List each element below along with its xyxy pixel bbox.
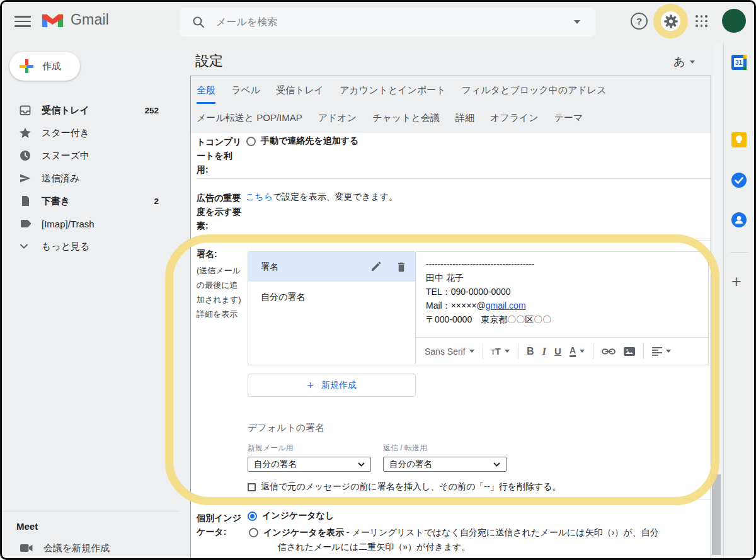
tab-advanced[interactable]: 詳細 [455,112,474,130]
tab-filters[interactable]: フィルタとブロック中のアドレス [462,84,607,104]
insert-signature-checkbox-row: 返信で元のメッセージの前に署名を挿入し、その前の「--」行を削除する。 [248,481,561,493]
search-options-chevron-icon[interactable] [574,20,580,24]
sidebar-item-inbox[interactable]: 受信トレイ 252 [2,99,179,122]
search-bar[interactable]: メールを検索 [180,8,595,37]
account-avatar[interactable] [722,9,746,33]
plus-icon: + [307,379,314,392]
gear-icon[interactable] [663,13,679,30]
insert-signature-checkbox[interactable] [248,483,256,491]
tab-labels[interactable]: ラベル [231,84,260,104]
manual-contacts-label: 手動で連絡先を追加する [261,135,358,147]
video-camera-icon [20,542,33,554]
trash-icon[interactable] [396,261,406,272]
align-chevron-icon [666,350,671,353]
meet-divider [2,511,179,511]
clock-icon [19,149,32,162]
italic-button[interactable]: I [542,345,546,358]
settings-card: 全般 ラベル 受信トレイ アカウントとインポート フィルタとブロック中のアドレス… [190,76,711,558]
select-chevron-icon [358,462,365,467]
signature-list-selected-row[interactable]: 署名 [248,252,415,282]
signature-list: 署名 自分の署名 [248,251,416,365]
folder-list: 受信トレイ 252 スター付き スヌーズ中 送信済み [2,99,179,258]
contacts-icon[interactable] [731,212,747,227]
sidebar-item-drafts[interactable]: 下書き 2 [2,190,179,212]
underline-button[interactable]: U [554,346,561,357]
compose-label: 作成 [42,60,61,72]
header: Gmail メールを検索 ? [2,2,754,42]
sidebar-item-more[interactable]: もっと見る [2,235,179,258]
new-mail-signature-select[interactable]: 自分の署名 [248,457,371,472]
align-button[interactable] [652,347,671,356]
sidebar-item-imap-trash[interactable]: [Imap]/Trash [2,212,179,235]
new-meeting-button[interactable]: 会議を新規作成 [20,542,110,554]
gmail-m-icon [41,11,64,28]
chevron-down-icon [19,241,32,251]
tab-fwd-pop-imap[interactable]: メール転送と POP/IMAP [197,112,302,130]
google-apps-icon[interactable] [696,15,707,27]
ads-settings-link[interactable]: こちら [246,191,273,202]
tab-accounts[interactable]: アカウントとインポート [340,84,446,104]
tab-offline[interactable]: オフライン [490,112,539,130]
signature-details-link[interactable]: 詳細を表示 [197,307,247,321]
side-panel-rail: 31 + [723,42,754,558]
color-chevron-icon [580,350,585,353]
select-chevron-icon [493,462,500,467]
signature-list-item[interactable]: 自分の署名 [248,282,415,313]
indicator-row-label: 個別インジ ケータ: [197,511,247,539]
compose-button[interactable]: 作成 [9,52,80,81]
search-icon [192,16,205,28]
calendar-icon[interactable]: 31 [731,55,747,70]
drafts-count: 2 [154,197,159,206]
size-chevron-icon [505,350,510,353]
tab-chat-meet[interactable]: チャットと会議 [372,112,440,130]
tab-addons[interactable]: アドオン [318,112,357,130]
sidebar-item-snoozed[interactable]: スヌーズ中 [2,144,179,167]
reply-signature-select[interactable]: 自分の署名 [383,457,507,472]
create-new-signature-button[interactable]: + 新規作成 [248,374,416,397]
input-tools-button[interactable]: あ [673,54,695,69]
insert-link-icon[interactable] [602,346,616,357]
tab-inbox[interactable]: 受信トレイ [276,84,324,104]
insert-image-icon[interactable] [624,347,635,356]
indicator-show-radio[interactable] [249,528,258,537]
rail-divider [730,252,748,253]
signature-editor-text[interactable]: ------------------------------------- 田中… [416,252,708,331]
signature-mail-link[interactable]: gmail.com [486,300,526,311]
search-input[interactable]: メールを検索 [216,16,277,29]
font-size-button[interactable]: TT [491,346,510,357]
indicator-none-radio[interactable] [248,511,257,521]
gmail-logo[interactable]: Gmail [41,11,109,28]
star-icon [19,127,32,139]
autocomplete-option-row: 手動で連絡先を追加する [246,135,358,147]
indicator-show-label-line2: 信されたメールには二重矢印（»）が付きます。 [278,542,470,553]
signature-mail: Mail：×××××@gmail.com [426,299,698,312]
indicator-none-label: インジケータなし [262,510,334,522]
tab-themes[interactable]: テーマ [554,112,583,130]
settings-tabs-row1: 全般 ラベル 受信トレイ アカウントとインポート フィルタとブロック中のアドレス [197,84,607,104]
tab-general[interactable]: 全般 [197,84,215,104]
font-family-button[interactable]: Sans Serif [425,346,474,357]
meet-section-title: Meet [16,521,38,532]
scrollbar-thumb[interactable] [712,474,721,555]
align-left-icon [652,347,662,356]
get-addons-plus-icon[interactable]: + [731,274,742,289]
ads-row-label: 広告の重要 度を示す要 素: [197,191,247,232]
insert-signature-checkbox-label: 返信で元のメッセージの前に署名を挿入し、その前の「--」行を削除する。 [261,481,561,493]
manual-contacts-radio[interactable] [246,137,256,146]
tasks-icon[interactable] [731,173,747,188]
settings-tabs-row2: メール転送と POP/IMAP アドオン チャットと会議 詳細 オフライン テー… [197,112,583,130]
help-icon[interactable]: ? [631,13,648,30]
keep-icon[interactable] [731,132,747,147]
input-tools-chevron-icon [690,60,695,64]
indicator-option1-row: インジケータなし [248,510,711,522]
main-menu-icon[interactable] [14,14,31,28]
default-signature-heading: デフォルトの署名 [248,422,324,434]
text-color-button[interactable]: A [570,346,585,357]
edit-pencil-icon[interactable] [370,261,381,272]
sidebar-item-sent[interactable]: 送信済み [2,167,179,190]
bold-button[interactable]: B [527,346,534,357]
gmail-settings-window: Gmail メールを検索 ? [0,0,756,560]
sidebar-item-starred[interactable]: スター付き [2,122,179,144]
inbox-icon [19,104,32,117]
new-mail-dropdown-label: 新規メール用 [248,443,294,454]
